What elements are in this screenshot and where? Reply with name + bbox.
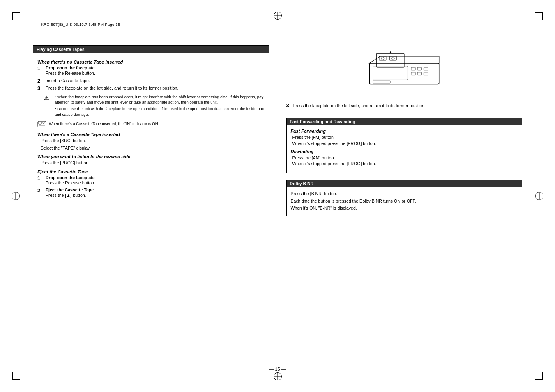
step-2-content: Insert a Cassette Tape.: [46, 78, 265, 84]
eject-step-number-2: 2: [37, 187, 44, 194]
eject-step-2-heading: Eject the Cassette Tape: [46, 187, 265, 192]
fast-forward-subsection: Fast Forwarding Press the [FM] button. W…: [291, 129, 518, 146]
note-icon: [37, 121, 46, 129]
svg-rect-18: [411, 72, 415, 75]
cassette-inserted-line1: Press the [SRC] button.: [41, 138, 265, 144]
eject-step-1-heading: Drop open the faceplate: [46, 175, 265, 180]
cassette-device-svg: [359, 51, 449, 92]
step-1-heading: Drop open the faceplate: [46, 65, 265, 70]
step-1-content: Drop open the faceplate Press the Releas…: [46, 65, 265, 76]
svg-rect-19: [417, 72, 421, 75]
svg-rect-15: [411, 67, 415, 70]
rewind-line2: When it's stopped press the [PROG] butto…: [292, 161, 518, 167]
dolby-section: Dolby B NR Press the [B NR] button. Each…: [286, 180, 523, 216]
eject-step-1: 1 Drop open the faceplate Press the Rele…: [37, 175, 265, 186]
eject-step-1-content: Drop open the faceplate Press the Releas…: [46, 175, 265, 186]
corner-mark-tl: [12, 12, 20, 20]
ff-title: Fast Forwarding and Rewinding: [287, 118, 522, 125]
svg-marker-14: [389, 51, 391, 53]
step-number-1: 1: [37, 65, 44, 72]
step-2-no-cassette: 2 Insert a Cassette Tape.: [37, 78, 265, 84]
step-2-text: Insert a Cassette Tape.: [46, 78, 90, 83]
svg-point-2: [43, 122, 44, 124]
svg-point-12: [381, 57, 384, 60]
corner-mark-bl: [12, 372, 20, 380]
fast-forward-heading: Fast Forwarding: [291, 129, 518, 134]
svg-rect-16: [417, 67, 421, 70]
left-column: Playing Cassette Tapes When there's no C…: [33, 41, 278, 266]
eject-heading: Eject the Cassette Tape: [37, 169, 265, 174]
step-3-number-right: 3: [286, 102, 289, 108]
corner-mark-tr: [535, 12, 543, 20]
dolby-title: Dolby B NR: [287, 180, 522, 187]
crosshair-left: [12, 192, 20, 200]
reverse-line1: Press the [PROG] button.: [41, 160, 265, 166]
svg-rect-8: [373, 66, 408, 80]
ff-line2: When it's stopped press the [PROG] butto…: [292, 141, 518, 147]
step-3-right: 3 Press the faceplate on the left side, …: [286, 102, 523, 109]
crosshair-top: [274, 12, 282, 20]
crosshair-bottom: [274, 372, 282, 380]
eject-step-2-text: Press the [▲] button.: [46, 193, 86, 198]
page-number: — 15 —: [269, 367, 286, 371]
warning-text: • When the faceplate has been dropped op…: [55, 94, 265, 118]
svg-rect-21: [373, 81, 390, 83]
no-cassette-heading: When there's no Cassette Tape inserted: [37, 60, 265, 65]
cassette-inserted-heading: When there's a Cassette Tape inserted: [37, 132, 265, 137]
step-3-no-cassette: 3 Press the faceplate on the left side, …: [37, 85, 265, 92]
rewind-subsection: Rewinding Press the [AM] button. When it…: [291, 149, 518, 167]
crosshair-right: [535, 192, 543, 200]
print-header: KRC-597(E)_U.S 03.10.7 6:48 PM Page 15: [41, 23, 120, 27]
playing-cassette-section: Playing Cassette Tapes When there's no C…: [33, 45, 269, 203]
playing-cassette-title: Playing Cassette Tapes: [33, 46, 269, 53]
right-column: 3 Press the faceplate on the left side, …: [278, 41, 523, 266]
ff-line1: Press the [FM] button.: [292, 134, 518, 141]
step-number-3: 3: [37, 85, 44, 92]
svg-rect-1: [39, 122, 41, 124]
eject-step-2-content: Eject the Cassette Tape Press the [▲] bu…: [46, 187, 265, 198]
dolby-line2: Each time the button is pressed the Dolb…: [291, 198, 518, 204]
warning-1: • When the faceplate has been dropped op…: [55, 94, 265, 105]
ff-section: Fast Forwarding and Rewinding Fast Forwa…: [286, 118, 523, 173]
svg-rect-20: [424, 72, 428, 75]
dolby-line1: Press the [B NR] button.: [291, 191, 518, 197]
warning-box: ⚠ • When the faceplate has been dropped …: [44, 94, 265, 118]
dolby-line3: When it's ON, "B-NR" is displayed.: [291, 205, 518, 211]
rewind-line1: Press the [AM] button.: [292, 155, 518, 161]
eject-step-number-1: 1: [37, 175, 44, 182]
note-text: When there's a Cassette Tape inserted, t…: [49, 121, 159, 126]
step-3-text-right: Press the faceplate on the left side, an…: [293, 103, 426, 108]
warning-2: • Do not use the unit with the faceplate…: [55, 106, 265, 117]
step-3-content: Press the faceplate on the left side, an…: [46, 85, 265, 91]
ff-content: Fast Forwarding Press the [FM] button. W…: [287, 125, 522, 173]
dolby-content: Press the [B NR] button. Each time the b…: [287, 187, 522, 216]
svg-point-13: [391, 57, 394, 60]
reverse-heading: When you want to listen to the reverse s…: [37, 154, 265, 159]
device-illustration: [286, 45, 523, 99]
eject-step-1-text: Press the Release button.: [46, 180, 95, 185]
corner-mark-br: [535, 372, 543, 380]
playing-cassette-content: When there's no Cassette Tape inserted 1…: [33, 53, 269, 203]
eject-step-2: 2 Eject the Cassette Tape Press the [▲] …: [37, 187, 265, 198]
warning-icon: ⚠: [44, 95, 52, 101]
step-1-no-cassette: 1 Drop open the faceplate Press the Rele…: [37, 65, 265, 76]
rewind-heading: Rewinding: [291, 149, 518, 154]
svg-rect-17: [424, 67, 428, 70]
step-number-2: 2: [37, 78, 44, 84]
content-area: Playing Cassette Tapes When there's no C…: [33, 41, 522, 359]
step-1-text: Press the Release button.: [46, 71, 95, 76]
step-3-text: Press the faceplate on the left side, an…: [46, 85, 178, 90]
note-box: When there's a Cassette Tape inserted, t…: [37, 121, 265, 129]
cassette-inserted-line2: Select the "TAPE" display.: [41, 145, 265, 151]
